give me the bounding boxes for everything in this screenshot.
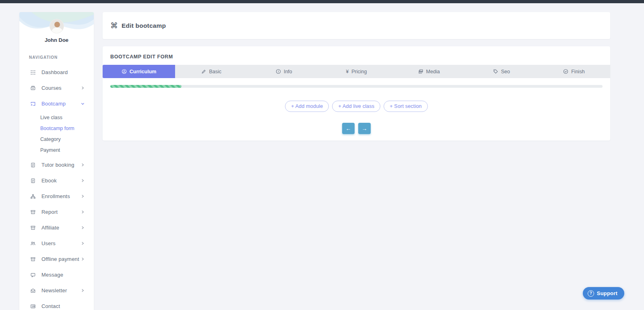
sidebar-item-live-class[interactable]: Live class [19, 112, 94, 123]
sidebar-item-label: Enrollments [41, 193, 81, 199]
archive-icon [30, 225, 37, 231]
chevron-right-icon [81, 257, 85, 261]
user-circle-icon [122, 69, 127, 74]
sidebar-item-payment[interactable]: Payment [19, 145, 94, 156]
sidebar-item-label: Payment [40, 147, 60, 153]
sidebar-item-affiliate[interactable]: Affiliate [19, 220, 94, 236]
grid-icon [30, 69, 37, 76]
sidebar-item-dashboard[interactable]: Dashboard [19, 64, 94, 80]
tab-label: Curriculum [130, 69, 157, 74]
avatar-body [52, 27, 62, 33]
sidebar-item-label: Users [41, 240, 81, 246]
pen-icon [201, 69, 206, 74]
wizard-tabs: Curriculum Basic Info ¥ Pricing Media [103, 65, 610, 78]
wizard-nav: ← → [103, 123, 610, 134]
sidebar-item-label: Contact [41, 303, 85, 309]
sort-section-button[interactable]: + Sort section [384, 101, 428, 112]
avatar-head [54, 22, 60, 27]
tab-label: Pricing [351, 69, 367, 74]
sidebar-item-bootcamp-form[interactable]: Bootcamp form [19, 123, 94, 134]
cast-icon [30, 101, 37, 107]
sidebar-item-label: Bootcamp form [40, 126, 74, 131]
bootcamp-submenu: Live class Bootcamp form Category Paymen… [19, 112, 94, 157]
sidebar-item-label: Dashboard [41, 69, 85, 75]
page-header: ⌘ Edit bootcamp [103, 12, 610, 39]
chevron-right-icon [81, 210, 85, 214]
file-lines-icon [30, 162, 37, 168]
chevron-right-icon [81, 226, 85, 230]
sidebar-item-users[interactable]: Users [19, 236, 94, 251]
next-step-button[interactable]: → [358, 123, 371, 134]
tab-label: Finish [571, 69, 584, 74]
sidebar-item-newsletter[interactable]: Newsletter [19, 283, 94, 298]
envelope-icon [30, 287, 37, 294]
sidebar-item-ebook[interactable]: Ebook [19, 173, 94, 188]
tag-icon [493, 69, 498, 74]
arrow-left-icon: ← [346, 125, 351, 132]
support-label: Support [597, 290, 617, 296]
command-icon: ⌘ [110, 21, 118, 30]
sidebar-item-label: Bootcamp [41, 101, 81, 107]
arrow-right-icon: → [362, 125, 367, 132]
chevron-right-icon [81, 242, 85, 246]
nav-section-label: NAVIGATION [29, 55, 94, 60]
top-bar [0, 0, 644, 3]
courses-icon [30, 85, 37, 91]
chevron-right-icon [81, 163, 85, 167]
check-circle-icon [563, 69, 568, 74]
sidebar-item-message[interactable]: Message [19, 267, 94, 283]
tab-label: Media [426, 69, 440, 74]
page-title: Edit bootcamp [122, 22, 166, 29]
user-name: John Doe [19, 37, 94, 43]
yen-icon: ¥ [346, 69, 349, 74]
sidebar-item-label: Category [40, 136, 61, 142]
sidebar-item-label: Message [41, 272, 85, 278]
users-icon [30, 240, 37, 247]
chevron-right-icon [81, 289, 85, 293]
sidebar-item-tutor-booking[interactable]: Tutor booking [19, 157, 94, 173]
tab-seo[interactable]: Seo [465, 65, 538, 78]
sidebar-item-contact[interactable]: Contact [19, 298, 94, 310]
tab-media[interactable]: Media [393, 65, 465, 78]
media-icon [418, 69, 423, 74]
form-title: BOOTCAMP EDIT FORM [103, 46, 610, 60]
sidebar-item-label: Report [41, 209, 81, 215]
chevron-right-icon [81, 86, 85, 90]
sidebar-item-courses[interactable]: Courses [19, 80, 94, 96]
curriculum-actions: + Add module + Add live class + Sort sec… [103, 101, 610, 112]
add-module-button[interactable]: + Add module [285, 101, 329, 112]
sidebar-item-bootcamp[interactable]: Bootcamp [19, 96, 94, 112]
tab-label: Basic [209, 69, 221, 74]
tab-pricing[interactable]: ¥ Pricing [320, 65, 392, 78]
file-lines-icon [30, 178, 37, 184]
tab-label: Info [284, 69, 292, 74]
id-card-icon [30, 303, 37, 310]
archive-icon [30, 209, 37, 215]
sidebar-item-category[interactable]: Category [19, 134, 94, 145]
progress-bar [110, 85, 603, 88]
prev-step-button[interactable]: ← [342, 123, 355, 134]
sidebar-item-label: Ebook [41, 178, 81, 184]
question-circle-icon: ? [588, 290, 594, 297]
add-live-class-button[interactable]: + Add live class [332, 101, 380, 112]
chevron-right-icon [81, 194, 85, 198]
sidebar-item-label: Tutor booking [41, 162, 81, 168]
avatar[interactable] [50, 19, 64, 33]
sitemap-icon [30, 193, 37, 200]
sidebar-item-offline-payment[interactable]: Offline payment [19, 251, 94, 267]
tab-label: Seo [501, 69, 510, 74]
sidebar-item-enrollments[interactable]: Enrollments [19, 188, 94, 204]
sidebar-item-report[interactable]: Report [19, 204, 94, 220]
tab-curriculum[interactable]: Curriculum [103, 65, 175, 78]
support-button[interactable]: ? Support [583, 287, 624, 300]
chat-icon [30, 272, 37, 278]
sidebar-item-label: Live class [40, 115, 62, 120]
sidebar-item-label: Affiliate [41, 225, 81, 231]
tab-basic[interactable]: Basic [175, 65, 248, 78]
tab-info[interactable]: Info [248, 65, 320, 78]
chevron-right-icon [81, 179, 85, 183]
progress-fill [110, 85, 182, 88]
bootcamp-edit-form-card: BOOTCAMP EDIT FORM Curriculum Basic Info… [103, 46, 610, 141]
tab-finish[interactable]: Finish [538, 65, 610, 78]
archive-icon [30, 256, 37, 262]
